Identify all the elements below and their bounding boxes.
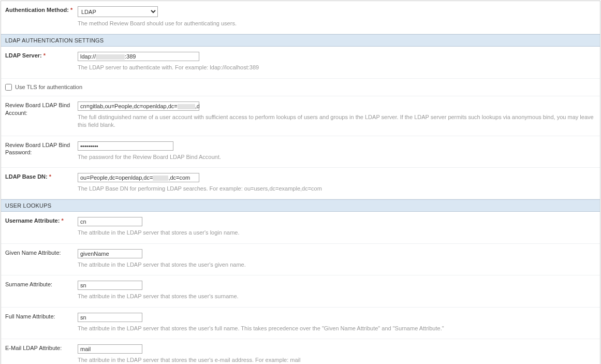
full-name-attr-input[interactable] (78, 313, 142, 322)
bind-password-row: Review Board LDAP Bind Password: The pas… (1, 136, 600, 168)
ldap-server-input[interactable] (78, 52, 199, 61)
full-name-attr-help: The attribute in the LDAP server that st… (78, 325, 596, 332)
auth-method-select[interactable]: LDAP (78, 6, 158, 17)
base-dn-help: The LDAP Base DN for performing LDAP sea… (78, 185, 596, 193)
bind-password-help: The password for the Review Board LDAP B… (78, 153, 596, 161)
base-dn-row: LDAP Base DN: * ou=People,dc=openldap,dc… (1, 168, 600, 199)
email-attr-row: E-Mail LDAP Attribute: The attribute in … (1, 339, 600, 364)
surname-attr-row: Surname Attribute: The attribute in the … (1, 275, 600, 307)
bind-account-input[interactable] (78, 101, 199, 111)
full-name-attr-row: Full Name Attribute: The attribute in th… (1, 308, 600, 339)
surname-attr-input[interactable] (78, 281, 142, 290)
given-name-attr-label: Given Name Attribute: (5, 249, 78, 257)
base-dn-label: LDAP Base DN: * (5, 173, 78, 181)
base-dn-input[interactable] (78, 173, 199, 182)
use-tls-checkbox[interactable] (5, 84, 12, 91)
settings-panel: Authentication Method: * LDAP The method… (1, 1, 600, 364)
auth-method-help: The method Review Board should use for a… (78, 20, 596, 27)
use-tls-row: Use TLS for authentication (1, 79, 600, 96)
username-attr-row: Username Attribute: * The attribute in t… (1, 212, 600, 243)
given-name-attr-help: The attribute in the LDAP server that st… (78, 261, 596, 269)
username-attr-input[interactable] (78, 217, 142, 226)
bind-password-label: Review Board LDAP Bind Password: (5, 141, 78, 157)
username-attr-help: The attribute in the LDAP server that st… (78, 229, 596, 237)
auth-method-label: Authentication Method: * (5, 6, 78, 14)
surname-attr-label: Surname Attribute: (5, 281, 78, 288)
bind-account-label: Review Board LDAP Bind Account: (5, 101, 78, 117)
use-tls-label[interactable]: Use TLS for authentication (15, 84, 82, 90)
username-attr-label: Username Attribute: * (5, 217, 78, 225)
ldap-server-label: LDAP Server: * (5, 52, 78, 60)
full-name-attr-label: Full Name Attribute: (5, 313, 78, 321)
bind-account-row: Review Board LDAP Bind Account: cn=gitla… (1, 96, 600, 136)
email-attr-label: E-Mail LDAP Attribute: (5, 344, 78, 352)
ldap-server-help: The LDAP server to authenticate with. Fo… (78, 64, 596, 71)
email-attr-input[interactable] (78, 344, 142, 354)
bind-account-help: The full distinguished name of a user ac… (78, 113, 596, 129)
auth-method-row: Authentication Method: * LDAP The method… (1, 1, 600, 34)
ldap-settings-header: LDAP AUTHENTICATION SETTINGS (1, 34, 600, 47)
bind-password-input[interactable] (78, 141, 173, 151)
user-lookups-header: USER LOOKUPS (1, 199, 600, 212)
ldap-server-row: LDAP Server: * ldap://:389 The LDAP serv… (1, 47, 600, 78)
given-name-attr-input[interactable] (78, 249, 142, 258)
surname-attr-help: The attribute in the LDAP server that st… (78, 293, 596, 300)
given-name-attr-row: Given Name Attribute: The attribute in t… (1, 244, 600, 275)
email-attr-help: The attribute in the LDAP server that st… (78, 356, 596, 364)
